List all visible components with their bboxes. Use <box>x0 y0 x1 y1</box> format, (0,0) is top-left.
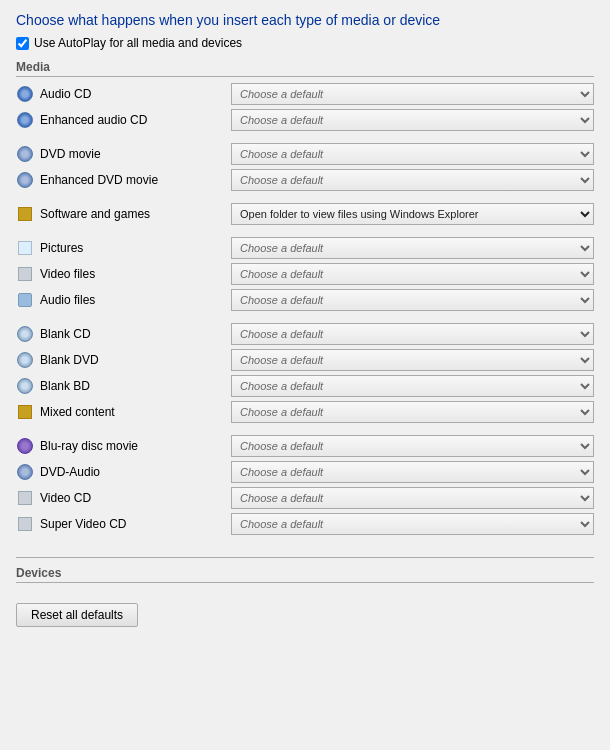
label-blank-bd: Blank BD <box>40 379 90 393</box>
media-row-blank-dvd: Blank DVDChoose a default <box>16 349 594 371</box>
dropdown-area-pictures: Choose a default <box>231 237 594 259</box>
label-area-mixed-content: Mixed content <box>16 403 231 421</box>
dropdown-audio-files[interactable]: Choose a default <box>231 289 594 311</box>
spacer-after-software-games <box>16 229 594 237</box>
dropdown-blank-dvd[interactable]: Choose a default <box>231 349 594 371</box>
mixed-icon <box>16 403 34 421</box>
dropdown-software-games[interactable]: Open folder to view files using Windows … <box>231 203 594 225</box>
label-area-software-games: Software and games <box>16 205 231 223</box>
dropdown-area-dvd-audio: Choose a default <box>231 461 594 483</box>
label-video-files: Video files <box>40 267 95 281</box>
blank-icon <box>16 377 34 395</box>
media-row-blank-bd: Blank BDChoose a default <box>16 375 594 397</box>
label-software-games: Software and games <box>40 207 150 221</box>
label-area-blank-dvd: Blank DVD <box>16 351 231 369</box>
label-area-pictures: Pictures <box>16 239 231 257</box>
dropdown-mixed-content[interactable]: Choose a default <box>231 401 594 423</box>
dropdown-area-software-games: Open folder to view files using Windows … <box>231 203 594 225</box>
dvd-icon <box>16 145 34 163</box>
dropdown-audio-cd[interactable]: Choose a default <box>231 83 594 105</box>
media-row-audio-files: Audio filesChoose a default <box>16 289 594 311</box>
media-row-mixed-content: Mixed contentChoose a default <box>16 401 594 423</box>
devices-section: Devices <box>16 557 594 583</box>
dvd-icon <box>16 171 34 189</box>
label-dvd-movie: DVD movie <box>40 147 101 161</box>
audio-file-icon <box>16 291 34 309</box>
label-area-enhanced-dvd-movie: Enhanced DVD movie <box>16 171 231 189</box>
dropdown-blank-bd[interactable]: Choose a default <box>231 375 594 397</box>
dropdown-bluray-disc[interactable]: Choose a default <box>231 435 594 457</box>
dropdown-area-blank-bd: Choose a default <box>231 375 594 397</box>
dropdown-area-mixed-content: Choose a default <box>231 401 594 423</box>
spacer-after-enhanced-dvd-movie <box>16 195 594 203</box>
dropdown-enhanced-dvd-movie[interactable]: Choose a default <box>231 169 594 191</box>
software-icon <box>16 205 34 223</box>
media-items-container: Audio CDChoose a defaultEnhanced audio C… <box>16 83 594 547</box>
dropdown-video-files[interactable]: Choose a default <box>231 263 594 285</box>
autoplay-checkbox[interactable] <box>16 37 29 50</box>
label-enhanced-audio-cd: Enhanced audio CD <box>40 113 147 127</box>
dropdown-dvd-audio[interactable]: Choose a default <box>231 461 594 483</box>
reset-button-area: Reset all defaults <box>16 589 594 627</box>
label-bluray-disc: Blu-ray disc movie <box>40 439 138 453</box>
media-row-video-cd: Video CDChoose a default <box>16 487 594 509</box>
cd-icon <box>16 85 34 103</box>
spacer-after-enhanced-audio-cd <box>16 135 594 143</box>
label-area-blank-cd: Blank CD <box>16 325 231 343</box>
blank-icon <box>16 325 34 343</box>
label-audio-cd: Audio CD <box>40 87 91 101</box>
label-mixed-content: Mixed content <box>40 405 115 419</box>
media-row-pictures: PicturesChoose a default <box>16 237 594 259</box>
label-area-video-files: Video files <box>16 265 231 283</box>
dropdown-area-super-video-cd: Choose a default <box>231 513 594 535</box>
media-row-software-games: Software and gamesOpen folder to view fi… <box>16 203 594 225</box>
label-area-blank-bd: Blank BD <box>16 377 231 395</box>
dropdown-enhanced-audio-cd[interactable]: Choose a default <box>231 109 594 131</box>
media-row-video-files: Video filesChoose a default <box>16 263 594 285</box>
media-section-label: Media <box>16 60 594 77</box>
dropdown-area-blank-cd: Choose a default <box>231 323 594 345</box>
dropdown-blank-cd[interactable]: Choose a default <box>231 323 594 345</box>
media-row-bluray-disc: Blu-ray disc movieChoose a default <box>16 435 594 457</box>
dropdown-area-audio-cd: Choose a default <box>231 83 594 105</box>
spacer-after-mixed-content <box>16 427 594 435</box>
dropdown-super-video-cd[interactable]: Choose a default <box>231 513 594 535</box>
dropdown-area-audio-files: Choose a default <box>231 289 594 311</box>
dropdown-pictures[interactable]: Choose a default <box>231 237 594 259</box>
video-icon <box>16 515 34 533</box>
label-blank-dvd: Blank DVD <box>40 353 99 367</box>
spacer-after-super-video-cd <box>16 539 594 547</box>
label-area-super-video-cd: Super Video CD <box>16 515 231 533</box>
media-row-blank-cd: Blank CDChoose a default <box>16 323 594 345</box>
media-row-enhanced-audio-cd: Enhanced audio CDChoose a default <box>16 109 594 131</box>
label-area-audio-files: Audio files <box>16 291 231 309</box>
label-area-dvd-movie: DVD movie <box>16 145 231 163</box>
dropdown-area-blank-dvd: Choose a default <box>231 349 594 371</box>
bluray-icon <box>16 437 34 455</box>
dropdown-area-bluray-disc: Choose a default <box>231 435 594 457</box>
label-area-dvd-audio: DVD-Audio <box>16 463 231 481</box>
label-blank-cd: Blank CD <box>40 327 91 341</box>
label-area-video-cd: Video CD <box>16 489 231 507</box>
picture-icon <box>16 239 34 257</box>
media-row-audio-cd: Audio CDChoose a default <box>16 83 594 105</box>
media-row-dvd-movie: DVD movieChoose a default <box>16 143 594 165</box>
label-enhanced-dvd-movie: Enhanced DVD movie <box>40 173 158 187</box>
media-row-enhanced-dvd-movie: Enhanced DVD movieChoose a default <box>16 169 594 191</box>
label-area-bluray-disc: Blu-ray disc movie <box>16 437 231 455</box>
video-icon <box>16 265 34 283</box>
dropdown-video-cd[interactable]: Choose a default <box>231 487 594 509</box>
dropdown-area-video-cd: Choose a default <box>231 487 594 509</box>
label-pictures: Pictures <box>40 241 83 255</box>
autoplay-checkbox-row: Use AutoPlay for all media and devices <box>16 36 594 50</box>
label-area-audio-cd: Audio CD <box>16 85 231 103</box>
media-row-dvd-audio: DVD-AudioChoose a default <box>16 461 594 483</box>
label-video-cd: Video CD <box>40 491 91 505</box>
reset-button[interactable]: Reset all defaults <box>16 603 138 627</box>
cd-icon <box>16 111 34 129</box>
dropdown-dvd-movie[interactable]: Choose a default <box>231 143 594 165</box>
dvd-icon <box>16 463 34 481</box>
dropdown-area-enhanced-audio-cd: Choose a default <box>231 109 594 131</box>
autoplay-label[interactable]: Use AutoPlay for all media and devices <box>34 36 242 50</box>
label-area-enhanced-audio-cd: Enhanced audio CD <box>16 111 231 129</box>
